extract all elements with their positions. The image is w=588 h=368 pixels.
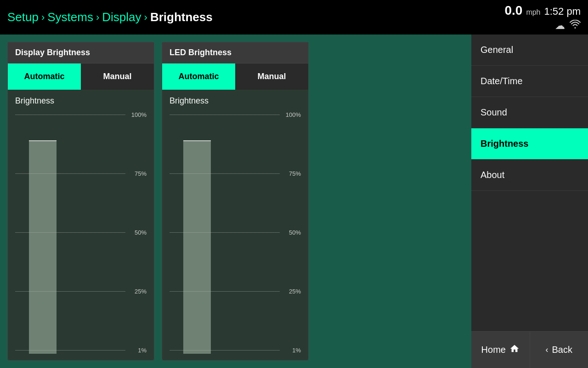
led-grid-label-75: 75% [283, 170, 301, 177]
led-grid-label-1: 1% [283, 347, 301, 354]
home-label: Home [481, 345, 506, 355]
led-brightness-bar[interactable] [183, 140, 211, 354]
grid-label-100: 100% [129, 111, 147, 118]
led-manual-tab[interactable]: Manual [235, 63, 308, 90]
display-chart-area: 100% 75% 50% [15, 111, 147, 354]
topbar-right: 0.0 mph 1:52 pm ☁ [504, 3, 581, 32]
display-chart-container: 100% 75% 50% [15, 111, 147, 354]
sidebar-spacer [471, 191, 588, 331]
breadcrumb-current: Brightness [150, 10, 213, 24]
breadcrumb: Setup › Systems › Display › Brightness [7, 10, 213, 24]
grid-label-1: 1% [129, 347, 147, 354]
sidebar-item-brightness[interactable]: Brightness [471, 128, 588, 160]
led-grid-label-25: 25% [283, 288, 301, 295]
topbar: Setup › Systems › Display › Brightness 0… [0, 0, 588, 34]
led-automatic-tab[interactable]: Automatic [162, 63, 235, 90]
home-button[interactable]: Home [471, 332, 530, 368]
back-label: Back [552, 345, 572, 355]
main-layout: Display Brightness Automatic Manual Brig… [0, 34, 588, 368]
back-button[interactable]: ‹ Back [530, 332, 588, 368]
sidebar-item-sound[interactable]: Sound [471, 97, 588, 128]
breadcrumb-sep-3: › [144, 12, 147, 23]
display-bar-wrapper[interactable] [29, 111, 57, 354]
wifi-icon [570, 20, 581, 32]
cloud-icon: ☁ [555, 20, 565, 32]
breadcrumb-display[interactable]: Display [102, 10, 141, 24]
speed-unit: mph [526, 8, 540, 17]
led-mode-tabs: Automatic Manual [162, 63, 308, 90]
led-brightness-label: Brightness [170, 96, 301, 106]
grid-label-50: 50% [129, 229, 147, 236]
clock: 1:52 pm [544, 6, 581, 17]
status-icons: ☁ [555, 20, 581, 32]
display-brightness-header: Display Brightness [8, 42, 154, 63]
breadcrumb-sep-2: › [96, 12, 99, 23]
speed-value: 0.0 [504, 3, 522, 18]
sidebar-item-general[interactable]: General [471, 34, 588, 66]
bottom-nav: Home ‹ Back [471, 331, 588, 368]
grid-label-75: 75% [129, 170, 147, 177]
led-brightness-panel: LED Brightness Automatic Manual Brightne… [162, 42, 309, 361]
content-area: Display Brightness Automatic Manual Brig… [0, 34, 471, 368]
speed-time-row: 0.0 mph 1:52 pm [504, 3, 581, 18]
led-bar-wrapper[interactable] [183, 111, 211, 354]
sidebar: General Date/Time Sound Brightness About… [471, 34, 588, 368]
grid-label-25: 25% [129, 288, 147, 295]
display-manual-tab[interactable]: Manual [81, 63, 154, 90]
sidebar-item-about[interactable]: About [471, 160, 588, 191]
display-brightness-section: Brightness 100% 75% [8, 90, 154, 360]
back-chevron-icon: ‹ [546, 345, 548, 355]
display-brightness-bar[interactable] [29, 140, 57, 354]
led-brightness-section: Brightness 100% 75% [162, 90, 308, 360]
breadcrumb-systems[interactable]: Systems [47, 10, 93, 24]
led-chart-container: 100% 75% 50% [170, 111, 301, 354]
home-icon [509, 344, 520, 356]
display-brightness-label: Brightness [15, 96, 147, 106]
display-mode-tabs: Automatic Manual [8, 63, 154, 90]
sidebar-item-datetime[interactable]: Date/Time [471, 66, 588, 97]
led-grid-label-100: 100% [283, 111, 301, 118]
led-grid-label-50: 50% [283, 229, 301, 236]
led-brightness-header: LED Brightness [162, 42, 308, 63]
breadcrumb-setup[interactable]: Setup [7, 10, 39, 24]
led-chart-area: 100% 75% 50% [170, 111, 301, 354]
display-automatic-tab[interactable]: Automatic [8, 63, 81, 90]
display-brightness-panel: Display Brightness Automatic Manual Brig… [7, 42, 154, 361]
breadcrumb-sep-1: › [41, 12, 45, 23]
